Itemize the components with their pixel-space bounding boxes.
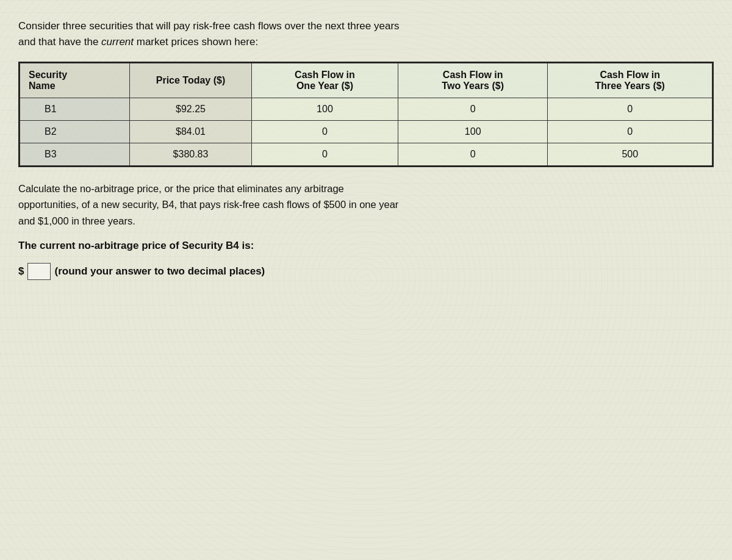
- price-cell-1: $84.01: [130, 121, 252, 143]
- answer-input[interactable]: [27, 263, 51, 280]
- table-row: B3$380.8300500: [20, 143, 712, 166]
- desc-line3: and $1,000 in three years.: [18, 215, 135, 226]
- intro-line1: Consider three securities that will pay …: [18, 20, 400, 32]
- col-header-cashflow-two-years: Cash Flow in Two Years ($): [398, 63, 548, 98]
- price-cell-0: $92.25: [130, 98, 252, 121]
- answer-instructions: (round your answer to two decimal places…: [54, 265, 265, 278]
- intro-line2-rest: market prices shown here:: [134, 36, 258, 48]
- intro-line2-start: and that have the: [18, 36, 101, 48]
- flow-two-cell-0: 0: [398, 98, 548, 121]
- data-table-wrapper: Security Name Price Today ($) Cash Flow …: [18, 62, 714, 167]
- security-name-cell-2: B3: [20, 143, 130, 166]
- flow-one-cell-0: 100: [252, 98, 398, 121]
- flow-one-cell-2: 0: [252, 143, 398, 166]
- flow-two-cell-2: 0: [398, 143, 548, 166]
- dollar-sign-label: $: [18, 265, 24, 278]
- desc-line1: Calculate the no-arbitrage price, or the…: [18, 183, 344, 194]
- desc-line2: opportunities, of a new security, B4, th…: [18, 199, 398, 210]
- flow-three-cell-1: 0: [548, 121, 712, 143]
- col-header-cashflow-one-year: Cash Flow in One Year ($): [252, 63, 398, 98]
- table-row: B1$92.2510000: [20, 98, 712, 121]
- col-header-cashflow-three-years: Cash Flow in Three Years ($): [548, 63, 712, 98]
- answer-row: $ (round your answer to two decimal plac…: [18, 263, 714, 280]
- security-name-cell-0: B1: [20, 98, 130, 121]
- price-cell-2: $380.83: [130, 143, 252, 166]
- flow-one-cell-1: 0: [252, 121, 398, 143]
- flow-three-cell-2: 500: [548, 143, 712, 166]
- flow-three-cell-0: 0: [548, 98, 712, 121]
- table-row: B2$84.0101000: [20, 121, 712, 143]
- col-header-price-today: Price Today ($): [130, 63, 252, 98]
- securities-table: Security Name Price Today ($) Cash Flow …: [20, 63, 712, 166]
- intro-italic: current: [101, 36, 134, 48]
- description-paragraph: Calculate the no-arbitrage price, or the…: [18, 181, 714, 229]
- flow-two-cell-1: 100: [398, 121, 548, 143]
- question-line: The current no-arbitrage price of Securi…: [18, 240, 714, 252]
- security-name-cell-1: B2: [20, 121, 130, 143]
- col-header-security-name: Security Name: [20, 63, 130, 98]
- intro-paragraph: Consider three securities that will pay …: [18, 18, 714, 49]
